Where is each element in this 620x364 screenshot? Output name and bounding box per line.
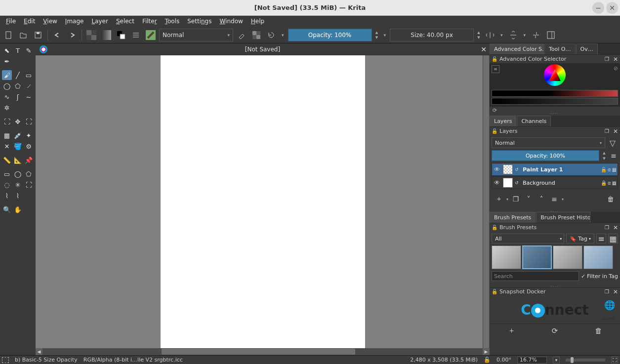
lock-icon[interactable]: 🔓: [492, 128, 497, 134]
menu-window[interactable]: Window: [215, 17, 247, 26]
document-tab-title[interactable]: [Not Saved]: [245, 46, 280, 53]
tab-channels[interactable]: Channels: [517, 116, 551, 126]
contiguous-select-tool[interactable]: ✳: [13, 180, 23, 190]
layer-reset-icon[interactable]: ↺: [515, 180, 521, 185]
menu-file[interactable]: File: [2, 17, 20, 26]
opacity-slider[interactable]: Opacity: 100%: [288, 29, 372, 41]
brush-preset-item[interactable]: [583, 245, 613, 269]
advanced-color-selector[interactable]: ≡ ⊘: [490, 63, 620, 107]
brush-tool[interactable]: 🖌: [2, 70, 12, 80]
polyline-tool[interactable]: ⟋: [24, 81, 34, 91]
brush-preset-item[interactable]: [492, 245, 521, 269]
hscroll-thumb[interactable]: [162, 349, 355, 355]
pattern-button[interactable]: [85, 29, 98, 41]
menu-view[interactable]: View: [39, 17, 61, 26]
lock-icon[interactable]: 🔓: [492, 225, 497, 230]
blend-mode-dropdown[interactable]: Normal: [159, 29, 233, 41]
save-button[interactable]: [32, 29, 44, 41]
alpha-lock-button[interactable]: [250, 29, 263, 41]
new-file-button[interactable]: [2, 29, 15, 41]
opacity-down[interactable]: ▼: [374, 35, 380, 40]
move-layer-up-button[interactable]: ˄: [536, 194, 547, 204]
color-wheel[interactable]: [544, 64, 566, 86]
assistant-tool[interactable]: ⚙: [24, 141, 34, 151]
snapshot-delete-button[interactable]: 🗑: [592, 325, 604, 337]
color-selector-menu-icon[interactable]: ≡: [492, 65, 499, 73]
rotation-lock-icon[interactable]: 🔓: [484, 357, 491, 363]
layer-opacity-slider[interactable]: Opacity: 100%: [492, 150, 599, 161]
size-down[interactable]: ▼: [476, 35, 482, 40]
brush-tag-button[interactable]: 🔖Tag▾: [566, 234, 594, 243]
layer-properties-button[interactable]: ≡: [549, 194, 560, 204]
text-tool[interactable]: T: [13, 45, 23, 55]
color-strip-1[interactable]: [492, 90, 618, 97]
calligraphy-tool[interactable]: ✒: [2, 56, 12, 66]
bezier-tool[interactable]: ∿: [2, 92, 12, 102]
horizontal-scrollbar[interactable]: ◀ ▶: [36, 348, 490, 355]
layer-reset-icon[interactable]: ↺: [515, 167, 521, 172]
hscroll-right-button[interactable]: ▶: [483, 348, 490, 355]
layer-alpha-icon[interactable]: α: [608, 180, 611, 186]
layer-lock-icon[interactable]: 🔓: [601, 167, 607, 172]
tab-brush-presets[interactable]: Brush Presets: [490, 212, 536, 223]
zoom-fit-button[interactable]: ⛶: [611, 357, 618, 364]
line-tool[interactable]: ╱: [13, 70, 23, 80]
layer-filter-icon[interactable]: ▽: [607, 137, 618, 148]
tab-brush-history[interactable]: Brush Preset History: [536, 212, 590, 223]
size-up[interactable]: ▲: [476, 30, 482, 35]
hscroll-left-button[interactable]: ◀: [36, 348, 42, 355]
vertical-scrollbar[interactable]: [483, 55, 490, 348]
zoom-tool[interactable]: 🔍: [2, 204, 12, 214]
color-strip-2[interactable]: [492, 98, 618, 105]
mirror-v-button[interactable]: [507, 29, 520, 41]
layer-opacity-up[interactable]: ▲: [601, 150, 607, 156]
layer-item[interactable]: 👁 ↺ Background 🔒α▦: [492, 176, 618, 189]
layer-lock-icon[interactable]: 🔒: [601, 180, 607, 186]
menu-filter[interactable]: Filter: [138, 17, 161, 26]
lock-icon[interactable]: 🔓: [492, 289, 497, 294]
layer-more-icon[interactable]: ▦: [612, 167, 617, 172]
ellipse-select-tool[interactable]: ◯: [13, 169, 23, 179]
hscroll-track[interactable]: [42, 348, 483, 355]
close-panel-icon[interactable]: ✕: [613, 56, 618, 63]
brush-preset-item[interactable]: [553, 245, 582, 269]
layer-blend-mode-dropdown[interactable]: Normal: [492, 137, 605, 148]
reload-brush-button[interactable]: [265, 29, 278, 41]
selection-status-icon[interactable]: [2, 357, 9, 363]
float-panel-icon[interactable]: ❐: [605, 56, 609, 62]
layer-opacity-down[interactable]: ▼: [601, 156, 607, 161]
brush-search-input[interactable]: Search: [492, 271, 579, 281]
zoom-slider-thumb[interactable]: [571, 357, 574, 363]
document-tab-close[interactable]: ✕: [481, 45, 487, 53]
pan-tool[interactable]: ✋: [13, 204, 23, 214]
filter-in-tag-checkbox[interactable]: ✓Filter in Tag: [581, 273, 618, 280]
layer-visibility-icon[interactable]: 👁: [493, 179, 501, 187]
float-panel-icon[interactable]: ❐: [605, 225, 609, 230]
menu-help[interactable]: Help: [247, 17, 268, 26]
menu-layer[interactable]: Layer: [87, 17, 112, 26]
undo-button[interactable]: [51, 29, 64, 41]
close-button[interactable]: ✕: [606, 2, 618, 14]
zoom-dropdown-button[interactable]: ▾: [553, 357, 560, 364]
vertical-scroll-thumb[interactable]: [483, 55, 489, 348]
wrap-around-button[interactable]: [530, 29, 542, 41]
brush-tag-dropdown[interactable]: All: [492, 234, 564, 243]
transform-selection-tool[interactable]: ⛶: [24, 117, 34, 126]
tab-layers[interactable]: Layers: [490, 116, 516, 126]
reference-tool[interactable]: 📐: [13, 155, 23, 165]
zoom-input[interactable]: 16.7%: [517, 357, 547, 364]
mirror-v-menu[interactable]: ▾: [522, 33, 528, 38]
polygon-tool[interactable]: ⬠: [13, 81, 23, 91]
reload-brush-menu[interactable]: ▾: [280, 33, 286, 38]
mirror-h-button[interactable]: [484, 29, 496, 41]
rect-select-tool[interactable]: ▭: [2, 169, 12, 179]
color-swap-button[interactable]: [115, 29, 127, 41]
brush-view-list-icon[interactable]: ≡: [596, 234, 606, 243]
smart-patch-tool[interactable]: ✕: [2, 141, 12, 151]
magnetic-select-tool[interactable]: ⌇: [13, 191, 23, 201]
size-slider[interactable]: Size: 40.00 px: [390, 29, 474, 41]
crop-tool[interactable]: ⛶: [2, 117, 12, 126]
transform-tool[interactable]: ⬉: [2, 45, 12, 55]
canvas-page[interactable]: [161, 55, 365, 348]
move-tool[interactable]: ✥: [13, 117, 23, 126]
